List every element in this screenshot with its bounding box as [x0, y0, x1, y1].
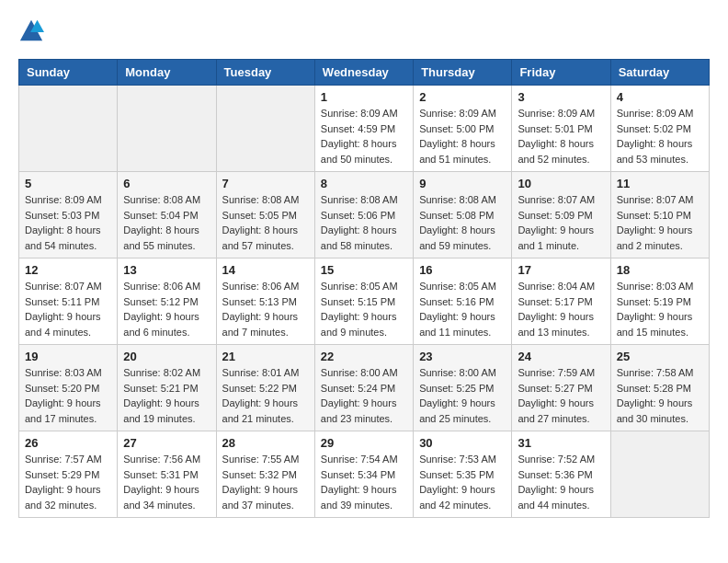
day-number: 4 [617, 90, 703, 104]
day-number: 13 [123, 263, 210, 277]
day-number: 21 [222, 350, 309, 363]
day-info: Sunrise: 8:04 AMSunset: 5:17 PMDaylight:… [518, 279, 604, 339]
day-info: Sunrise: 8:06 AMSunset: 5:13 PMDaylight:… [222, 279, 309, 339]
calendar-cell: 14Sunrise: 8:06 AMSunset: 5:13 PMDayligh… [216, 259, 314, 345]
weekday-header-saturday: Saturday [610, 60, 709, 86]
day-info: Sunrise: 7:57 AMSunset: 5:29 PMDaylight:… [25, 452, 111, 512]
calendar-week-row: 5Sunrise: 8:09 AMSunset: 5:03 PMDaylight… [19, 172, 710, 259]
day-info: Sunrise: 8:09 AMSunset: 5:03 PMDaylight:… [25, 192, 111, 253]
calendar-cell [216, 86, 314, 172]
day-number: 22 [321, 350, 407, 363]
calendar-cell: 6Sunrise: 8:08 AMSunset: 5:04 PMDaylight… [118, 172, 216, 259]
day-number: 27 [123, 436, 210, 450]
day-info: Sunrise: 7:59 AMSunset: 5:27 PMDaylight:… [518, 365, 604, 426]
calendar-table: SundayMondayTuesdayWednesdayThursdayFrid… [18, 59, 710, 518]
weekday-header-friday: Friday [512, 60, 610, 86]
weekday-header-thursday: Thursday [414, 60, 512, 86]
weekday-header-row: SundayMondayTuesdayWednesdayThursdayFrid… [19, 60, 710, 86]
day-number: 5 [25, 177, 111, 190]
weekday-header-wednesday: Wednesday [314, 60, 413, 86]
calendar-cell [118, 86, 216, 172]
calendar-cell: 18Sunrise: 8:03 AMSunset: 5:19 PMDayligh… [610, 259, 709, 345]
calendar-cell: 5Sunrise: 8:09 AMSunset: 5:03 PMDaylight… [19, 172, 118, 259]
calendar-cell: 1Sunrise: 8:09 AMSunset: 4:59 PMDaylight… [314, 86, 413, 172]
day-info: Sunrise: 7:56 AMSunset: 5:31 PMDaylight:… [123, 452, 210, 512]
day-info: Sunrise: 8:08 AMSunset: 5:08 PMDaylight:… [419, 192, 506, 253]
calendar-cell [610, 431, 709, 518]
calendar-week-row: 19Sunrise: 8:03 AMSunset: 5:20 PMDayligh… [19, 345, 710, 431]
day-info: Sunrise: 8:07 AMSunset: 5:10 PMDaylight:… [617, 192, 703, 253]
day-number: 18 [617, 263, 703, 277]
calendar-cell [19, 86, 118, 172]
day-number: 8 [321, 177, 407, 190]
calendar-cell: 24Sunrise: 7:59 AMSunset: 5:27 PMDayligh… [512, 345, 610, 431]
day-info: Sunrise: 8:06 AMSunset: 5:12 PMDaylight:… [123, 279, 210, 339]
day-number: 9 [419, 177, 506, 190]
day-number: 10 [518, 177, 604, 190]
day-number: 19 [25, 350, 111, 363]
logo [18, 18, 48, 44]
day-number: 2 [419, 90, 506, 104]
calendar-cell: 9Sunrise: 8:08 AMSunset: 5:08 PMDaylight… [414, 172, 512, 259]
day-info: Sunrise: 8:03 AMSunset: 5:20 PMDaylight:… [25, 365, 111, 426]
day-info: Sunrise: 7:58 AMSunset: 5:28 PMDaylight:… [617, 365, 703, 426]
calendar-cell: 3Sunrise: 8:09 AMSunset: 5:01 PMDaylight… [512, 86, 610, 172]
day-number: 1 [321, 90, 407, 104]
day-info: Sunrise: 8:08 AMSunset: 5:05 PMDaylight:… [222, 192, 309, 253]
calendar-cell: 4Sunrise: 8:09 AMSunset: 5:02 PMDaylight… [610, 86, 709, 172]
calendar-week-row: 26Sunrise: 7:57 AMSunset: 5:29 PMDayligh… [19, 431, 710, 518]
calendar-cell: 20Sunrise: 8:02 AMSunset: 5:21 PMDayligh… [118, 345, 216, 431]
day-info: Sunrise: 7:53 AMSunset: 5:35 PMDaylight:… [419, 452, 506, 512]
day-info: Sunrise: 8:05 AMSunset: 5:16 PMDaylight:… [419, 279, 506, 339]
day-info: Sunrise: 8:09 AMSunset: 4:59 PMDaylight:… [321, 106, 407, 167]
page-container: SundayMondayTuesdayWednesdayThursdayFrid… [18, 18, 710, 518]
calendar-cell: 21Sunrise: 8:01 AMSunset: 5:22 PMDayligh… [216, 345, 314, 431]
calendar-cell: 29Sunrise: 7:54 AMSunset: 5:34 PMDayligh… [314, 431, 413, 518]
day-number: 3 [518, 90, 604, 104]
day-number: 12 [25, 263, 111, 277]
day-number: 31 [518, 436, 604, 450]
day-info: Sunrise: 8:00 AMSunset: 5:25 PMDaylight:… [419, 365, 506, 426]
header [18, 18, 710, 44]
day-number: 23 [419, 350, 506, 363]
day-number: 24 [518, 350, 604, 363]
calendar-cell: 17Sunrise: 8:04 AMSunset: 5:17 PMDayligh… [512, 259, 610, 345]
calendar-cell: 26Sunrise: 7:57 AMSunset: 5:29 PMDayligh… [19, 431, 118, 518]
weekday-header-monday: Monday [118, 60, 216, 86]
calendar-cell: 10Sunrise: 8:07 AMSunset: 5:09 PMDayligh… [512, 172, 610, 259]
calendar-cell: 31Sunrise: 7:52 AMSunset: 5:36 PMDayligh… [512, 431, 610, 518]
day-number: 17 [518, 263, 604, 277]
day-info: Sunrise: 8:07 AMSunset: 5:09 PMDaylight:… [518, 192, 604, 253]
day-info: Sunrise: 8:07 AMSunset: 5:11 PMDaylight:… [25, 279, 111, 339]
calendar-cell: 12Sunrise: 8:07 AMSunset: 5:11 PMDayligh… [19, 259, 118, 345]
day-number: 14 [222, 263, 309, 277]
day-number: 20 [123, 350, 210, 363]
calendar-cell: 25Sunrise: 7:58 AMSunset: 5:28 PMDayligh… [610, 345, 709, 431]
calendar-body: 1Sunrise: 8:09 AMSunset: 4:59 PMDaylight… [19, 86, 710, 518]
calendar-cell: 13Sunrise: 8:06 AMSunset: 5:12 PMDayligh… [118, 259, 216, 345]
day-number: 6 [123, 177, 210, 190]
calendar-cell: 28Sunrise: 7:55 AMSunset: 5:32 PMDayligh… [216, 431, 314, 518]
day-number: 28 [222, 436, 309, 450]
day-number: 16 [419, 263, 506, 277]
calendar-cell: 16Sunrise: 8:05 AMSunset: 5:16 PMDayligh… [414, 259, 512, 345]
calendar-cell: 7Sunrise: 8:08 AMSunset: 5:05 PMDaylight… [216, 172, 314, 259]
day-info: Sunrise: 8:08 AMSunset: 5:04 PMDaylight:… [123, 192, 210, 253]
day-number: 25 [617, 350, 703, 363]
calendar-week-row: 12Sunrise: 8:07 AMSunset: 5:11 PMDayligh… [19, 259, 710, 345]
day-number: 26 [25, 436, 111, 450]
day-info: Sunrise: 8:08 AMSunset: 5:06 PMDaylight:… [321, 192, 407, 253]
day-number: 11 [617, 177, 703, 190]
day-number: 30 [419, 436, 506, 450]
day-info: Sunrise: 8:05 AMSunset: 5:15 PMDaylight:… [321, 279, 407, 339]
calendar-cell: 30Sunrise: 7:53 AMSunset: 5:35 PMDayligh… [414, 431, 512, 518]
calendar-cell: 19Sunrise: 8:03 AMSunset: 5:20 PMDayligh… [19, 345, 118, 431]
calendar-cell: 27Sunrise: 7:56 AMSunset: 5:31 PMDayligh… [118, 431, 216, 518]
weekday-header-tuesday: Tuesday [216, 60, 314, 86]
day-info: Sunrise: 8:09 AMSunset: 5:02 PMDaylight:… [617, 106, 703, 167]
day-info: Sunrise: 7:52 AMSunset: 5:36 PMDaylight:… [518, 452, 604, 512]
logo-icon [18, 18, 44, 44]
day-info: Sunrise: 8:09 AMSunset: 5:00 PMDaylight:… [419, 106, 506, 167]
weekday-header-sunday: Sunday [19, 60, 118, 86]
day-info: Sunrise: 8:01 AMSunset: 5:22 PMDaylight:… [222, 365, 309, 426]
